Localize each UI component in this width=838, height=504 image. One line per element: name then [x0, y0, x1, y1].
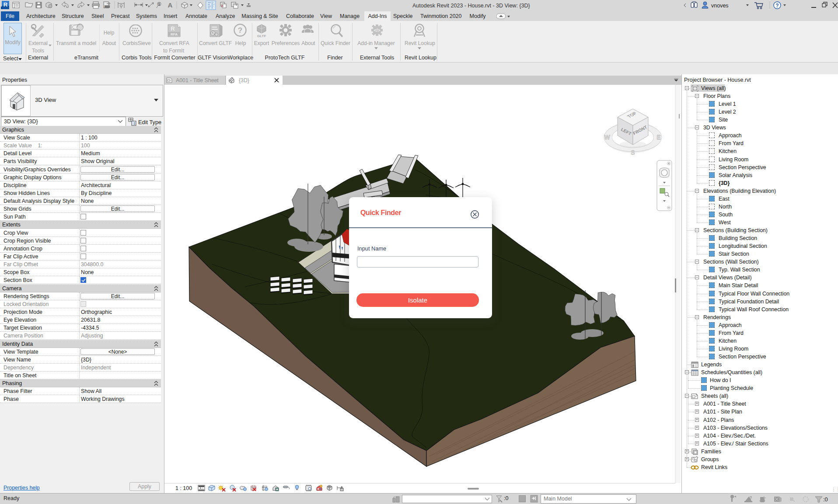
svg-text:S: S	[631, 149, 635, 156]
svg-text:RFA: RFA	[171, 32, 178, 36]
svg-text:E: E	[656, 134, 660, 141]
svg-text:?: ?	[775, 3, 779, 9]
svg-text:R: R	[171, 25, 175, 32]
svg-text:GLTF: GLTF	[257, 34, 266, 38]
svg-text:1: 1	[158, 3, 160, 6]
svg-text:R: R	[3, 1, 8, 8]
svg-text::0: :0	[823, 496, 828, 503]
svg-text:PDF: PDF	[105, 6, 110, 8]
svg-text:</>: </>	[374, 28, 381, 33]
svg-text:vnoves: vnoves	[711, 3, 729, 9]
svg-text:?: ?	[238, 26, 242, 35]
svg-text:A: A	[168, 1, 173, 9]
svg-text:W: W	[604, 134, 610, 141]
